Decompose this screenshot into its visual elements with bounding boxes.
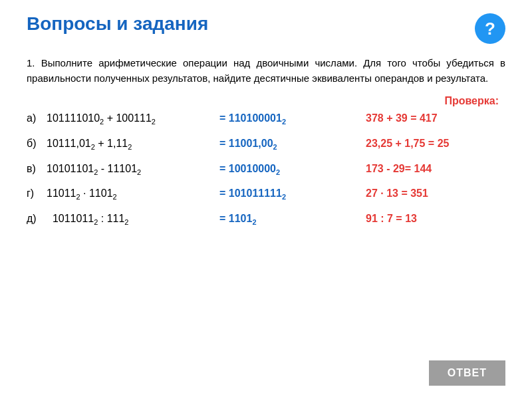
expr-v: 101011012 - 111012: [47, 160, 219, 179]
problem-row-d: д) 10110112 : 1112 = 11012 91 : 7 = 13: [27, 210, 505, 229]
expr-a: 1011110102 + 1001112: [47, 110, 219, 128]
page: Вопросы и задания ? 1. Выполните арифмет…: [0, 0, 532, 399]
problems-area: а) 1011110102 + 1001112 = 1101000012 378…: [27, 110, 505, 229]
label-g: г): [27, 185, 47, 202]
problem-row-v: в) 101011012 - 111012 = 100100002 173 - …: [27, 160, 505, 179]
expr-g: 110112 · 11012: [47, 185, 219, 203]
check-v: 173 - 29= 144: [366, 160, 499, 178]
answer-button[interactable]: ОТВЕТ: [429, 360, 505, 386]
problem-row-b: б) 10111,012 + 1,112 = 11001,002 23,25 +…: [27, 135, 505, 154]
check-b: 23,25 + 1,75 = 25: [366, 135, 499, 152]
expr-b: 10111,012 + 1,112: [47, 135, 219, 154]
result-b: = 11001,002: [219, 135, 366, 154]
check-g: 27 · 13 = 351: [366, 185, 499, 202]
check-d: 91 : 7 = 13: [366, 210, 499, 227]
label-v: в): [27, 160, 47, 178]
intro-text: 1. Выполните арифметические операции над…: [27, 56, 505, 86]
check-label: Проверка:: [27, 95, 505, 107]
page-title: Вопросы и задания: [27, 13, 208, 35]
result-g: = 1010111112: [219, 185, 366, 203]
problem-row-a: а) 1011110102 + 1001112 = 1101000012 378…: [27, 110, 505, 128]
result-a: = 1101000012: [219, 110, 366, 128]
expr-d: 10110112 : 1112: [47, 210, 219, 229]
header: Вопросы и задания ?: [27, 13, 505, 44]
label-b: б): [27, 135, 47, 152]
label-a: а): [27, 110, 47, 127]
check-a: 378 + 39 = 417: [366, 110, 499, 127]
label-d: д): [27, 210, 47, 227]
problem-row-g: г) 110112 · 11012 = 1010111112 27 · 13 =…: [27, 185, 505, 203]
result-v: = 100100002: [219, 160, 366, 179]
result-d: = 11012: [219, 210, 366, 229]
help-button[interactable]: ?: [475, 13, 505, 44]
